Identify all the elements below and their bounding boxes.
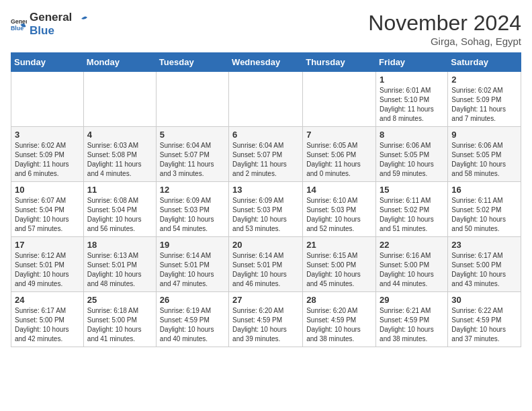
day-number: 22 (380, 240, 444, 250)
location: Girga, Sohag, Egypt (368, 36, 521, 47)
day-info: Sunrise: 6:20 AMSunset: 4:59 PMDaylight:… (232, 306, 299, 344)
day-number: 9 (451, 130, 517, 140)
week-row-3: 10Sunrise: 6:07 AMSunset: 5:04 PMDayligh… (11, 182, 521, 237)
month-title: November 2024 (368, 11, 521, 36)
day-info: Sunrise: 6:06 AMSunset: 5:05 PMDaylight:… (380, 141, 444, 179)
day-number: 15 (380, 185, 444, 195)
day-cell-6: 6Sunrise: 6:04 AMSunset: 5:07 PMDaylight… (229, 127, 303, 182)
day-info: Sunrise: 6:20 AMSunset: 4:59 PMDaylight:… (306, 306, 372, 344)
day-number: 29 (380, 295, 444, 305)
logo-wordmark: General Blue (30, 11, 88, 38)
day-info: Sunrise: 6:17 AMSunset: 5:00 PMDaylight:… (15, 306, 80, 344)
day-info: Sunrise: 6:11 AMSunset: 5:02 PMDaylight:… (451, 196, 517, 234)
day-number: 7 (306, 130, 372, 140)
day-number: 3 (15, 130, 80, 140)
day-info: Sunrise: 6:06 AMSunset: 5:05 PMDaylight:… (451, 141, 517, 179)
logo-general: General (30, 11, 88, 24)
day-number: 26 (160, 295, 225, 305)
day-info: Sunrise: 6:01 AMSunset: 5:10 PMDaylight:… (380, 86, 444, 124)
day-cell-7: 7Sunrise: 6:05 AMSunset: 5:06 PMDaylight… (303, 127, 376, 182)
day-cell-21: 21Sunrise: 6:15 AMSunset: 5:00 PMDayligh… (303, 237, 376, 292)
day-info: Sunrise: 6:17 AMSunset: 5:00 PMDaylight:… (451, 251, 517, 289)
logo-blue: Blue (30, 24, 88, 38)
day-number: 1 (380, 75, 444, 85)
day-info: Sunrise: 6:22 AMSunset: 4:59 PMDaylight:… (451, 306, 517, 344)
day-header-sunday: Sunday (11, 53, 84, 72)
day-info: Sunrise: 6:02 AMSunset: 5:09 PMDaylight:… (451, 86, 517, 124)
day-cell-24: 24Sunrise: 6:17 AMSunset: 5:00 PMDayligh… (11, 292, 84, 347)
empty-cell (229, 72, 303, 127)
day-info: Sunrise: 6:14 AMSunset: 5:01 PMDaylight:… (160, 251, 225, 289)
day-cell-27: 27Sunrise: 6:20 AMSunset: 4:59 PMDayligh… (229, 292, 303, 347)
day-info: Sunrise: 6:02 AMSunset: 5:09 PMDaylight:… (15, 141, 80, 179)
empty-cell (156, 72, 228, 127)
day-number: 5 (160, 130, 225, 140)
day-info: Sunrise: 6:09 AMSunset: 5:03 PMDaylight:… (160, 196, 225, 234)
day-info: Sunrise: 6:05 AMSunset: 5:06 PMDaylight:… (306, 141, 372, 179)
day-info: Sunrise: 6:19 AMSunset: 4:59 PMDaylight:… (160, 306, 225, 344)
day-number: 17 (15, 240, 80, 250)
day-header-saturday: Saturday (448, 53, 521, 72)
day-cell-17: 17Sunrise: 6:12 AMSunset: 5:01 PMDayligh… (11, 237, 84, 292)
day-number: 19 (160, 240, 225, 250)
empty-cell (83, 72, 156, 127)
day-cell-9: 9Sunrise: 6:06 AMSunset: 5:05 PMDaylight… (448, 127, 521, 182)
calendar: SundayMondayTuesdayWednesdayThursdayFrid… (11, 52, 521, 347)
day-cell-23: 23Sunrise: 6:17 AMSunset: 5:00 PMDayligh… (448, 237, 521, 292)
day-cell-25: 25Sunrise: 6:18 AMSunset: 5:00 PMDayligh… (83, 292, 156, 347)
day-info: Sunrise: 6:16 AMSunset: 5:00 PMDaylight:… (380, 251, 444, 289)
logo: General Blue General Blue (11, 11, 88, 38)
day-number: 14 (306, 185, 372, 195)
day-cell-5: 5Sunrise: 6:04 AMSunset: 5:07 PMDaylight… (156, 127, 228, 182)
svg-text:Blue: Blue (11, 25, 24, 32)
day-info: Sunrise: 6:12 AMSunset: 5:01 PMDaylight:… (15, 251, 80, 289)
day-number: 27 (232, 295, 299, 305)
day-info: Sunrise: 6:04 AMSunset: 5:07 PMDaylight:… (232, 141, 299, 179)
day-cell-2: 2Sunrise: 6:02 AMSunset: 5:09 PMDaylight… (448, 72, 521, 127)
day-cell-18: 18Sunrise: 6:13 AMSunset: 5:01 PMDayligh… (83, 237, 156, 292)
day-number: 8 (380, 130, 444, 140)
day-number: 24 (15, 295, 80, 305)
day-number: 30 (451, 295, 517, 305)
day-number: 11 (87, 185, 152, 195)
logo-bird-icon (76, 12, 88, 24)
day-number: 25 (87, 295, 152, 305)
day-info: Sunrise: 6:08 AMSunset: 5:04 PMDaylight:… (87, 196, 152, 234)
week-row-5: 24Sunrise: 6:17 AMSunset: 5:00 PMDayligh… (11, 292, 521, 347)
day-cell-14: 14Sunrise: 6:10 AMSunset: 5:03 PMDayligh… (303, 182, 376, 237)
day-info: Sunrise: 6:09 AMSunset: 5:03 PMDaylight:… (232, 196, 299, 234)
day-cell-26: 26Sunrise: 6:19 AMSunset: 4:59 PMDayligh… (156, 292, 228, 347)
calendar-header-row: SundayMondayTuesdayWednesdayThursdayFrid… (11, 53, 521, 72)
day-number: 4 (87, 130, 152, 140)
day-header-wednesday: Wednesday (229, 53, 303, 72)
day-cell-3: 3Sunrise: 6:02 AMSunset: 5:09 PMDaylight… (11, 127, 84, 182)
day-info: Sunrise: 6:18 AMSunset: 5:00 PMDaylight:… (87, 306, 152, 344)
day-cell-13: 13Sunrise: 6:09 AMSunset: 5:03 PMDayligh… (229, 182, 303, 237)
day-cell-10: 10Sunrise: 6:07 AMSunset: 5:04 PMDayligh… (11, 182, 84, 237)
day-cell-20: 20Sunrise: 6:14 AMSunset: 5:01 PMDayligh… (229, 237, 303, 292)
day-number: 12 (160, 185, 225, 195)
day-info: Sunrise: 6:10 AMSunset: 5:03 PMDaylight:… (306, 196, 372, 234)
day-header-tuesday: Tuesday (156, 53, 228, 72)
day-number: 13 (232, 185, 299, 195)
empty-cell (303, 72, 376, 127)
day-info: Sunrise: 6:21 AMSunset: 4:59 PMDaylight:… (380, 306, 444, 344)
day-number: 20 (232, 240, 299, 250)
header: General Blue General Blue November 2024 … (11, 11, 521, 47)
day-cell-8: 8Sunrise: 6:06 AMSunset: 5:05 PMDaylight… (376, 127, 448, 182)
day-info: Sunrise: 6:11 AMSunset: 5:02 PMDaylight:… (380, 196, 444, 234)
week-row-4: 17Sunrise: 6:12 AMSunset: 5:01 PMDayligh… (11, 237, 521, 292)
day-info: Sunrise: 6:13 AMSunset: 5:01 PMDaylight:… (87, 251, 152, 289)
day-header-monday: Monday (83, 53, 156, 72)
week-row-1: 1Sunrise: 6:01 AMSunset: 5:10 PMDaylight… (11, 72, 521, 127)
empty-cell (11, 72, 84, 127)
title-area: November 2024 Girga, Sohag, Egypt (368, 11, 521, 47)
day-cell-12: 12Sunrise: 6:09 AMSunset: 5:03 PMDayligh… (156, 182, 228, 237)
day-info: Sunrise: 6:14 AMSunset: 5:01 PMDaylight:… (232, 251, 299, 289)
day-number: 28 (306, 295, 372, 305)
day-cell-16: 16Sunrise: 6:11 AMSunset: 5:02 PMDayligh… (448, 182, 521, 237)
day-number: 23 (451, 240, 517, 250)
day-number: 21 (306, 240, 372, 250)
logo-icon: General Blue (11, 16, 27, 32)
day-number: 6 (232, 130, 299, 140)
